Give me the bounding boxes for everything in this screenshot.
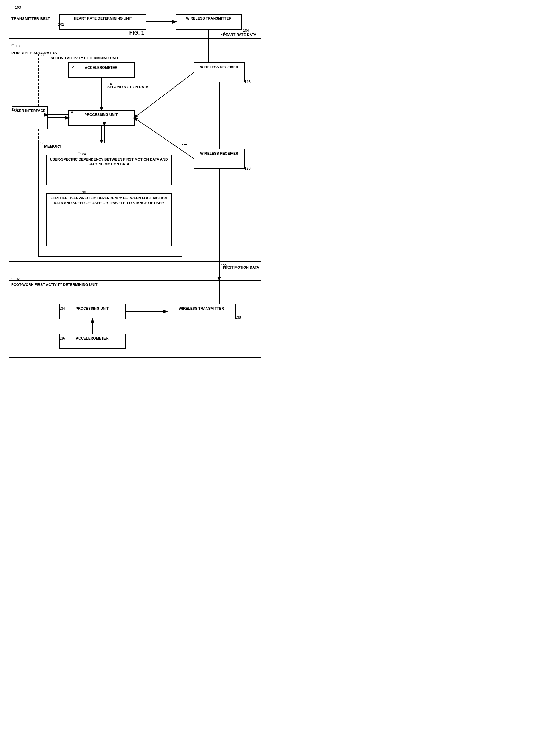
ref-116: 116 [244,80,250,84]
brace-124: ⌐ [77,150,80,155]
brace-132: ⌐ [11,275,15,281]
heart-rate-data-label: HEART RATE DATA [223,33,256,38]
accelerometer-top-label: ACCELEROMETER [70,66,132,70]
processing-unit-top-label: PROCESSING UNIT [70,113,132,117]
ref-102: 102 [58,22,64,27]
wireless-receiver-mid-label: WIRELESS RECEIVER [195,151,243,156]
wireless-transmitter-bot-label: WIRELESS TRANSMITTER [168,306,234,311]
ref-110: 110 [14,44,20,48]
brace-100: ⌐ [13,3,16,9]
brace-126: ⌐ [77,188,80,194]
ref-104: 104 [243,28,249,32]
ref-134: 134 [59,306,65,311]
ref-124: 124 [80,152,86,156]
brace-110: ⌐ [11,42,15,48]
ref-128: 128 [244,166,250,171]
diagram-container: 100 ⌐ TRANSMITTER BELT 102 HEART RATE DE… [0,0,274,24]
user-interface-label: USER INTERFACE [13,109,46,114]
ref-122: 122 [38,142,44,146]
second-activity-label: SECOND ACTIVITY DETERMINING UNIT [51,56,118,61]
processing-unit-bot-label: PROCESSING UNIT [61,306,123,311]
svg-line-22 [134,118,194,159]
heart-rate-determining-unit-label: HEART RATE DETERMINING UNIT [61,16,145,21]
memory-label: MEMORY [44,144,61,149]
wireless-transmitter-top-label: WIRELESS TRANSMITTER [177,16,241,21]
portable-apparatus-label: PORTABLE APPARATUS [11,51,57,56]
ref-132: 132 [14,277,20,281]
accelerometer-bot-label: ACCELEROMETER [61,336,123,341]
memory-block1-label: USER-SPECIFIC DEPENDENCY BETWEEN FIRST M… [47,157,170,167]
ref-112: 112 [68,65,74,69]
foot-worn-label: FOOT-WORN FIRST ACTIVITY DETERMINING UNI… [11,283,97,287]
ref-136: 136 [59,336,65,340]
transmitter-belt-label: TRANSMITTER BELT [11,16,50,21]
first-motion-data-label: FIRST MOTION DATA [223,265,259,270]
ref-138: 138 [235,315,241,320]
ref-126: 126 [80,191,86,195]
ref-100: 100 [15,5,21,10]
wireless-receiver-top-label: WIRELESS RECEIVER [195,65,243,70]
ref-108: 108 [38,53,44,57]
ref-120: 120 [11,107,17,111]
second-motion-data-label: SECOND MOTION DATA [107,85,148,90]
svg-line-12 [134,72,194,118]
svg-rect-26 [9,280,261,358]
memory-block2-label: FURTHER USER-SPECIFIC DEPENDENCY BETWEEN… [47,196,170,205]
